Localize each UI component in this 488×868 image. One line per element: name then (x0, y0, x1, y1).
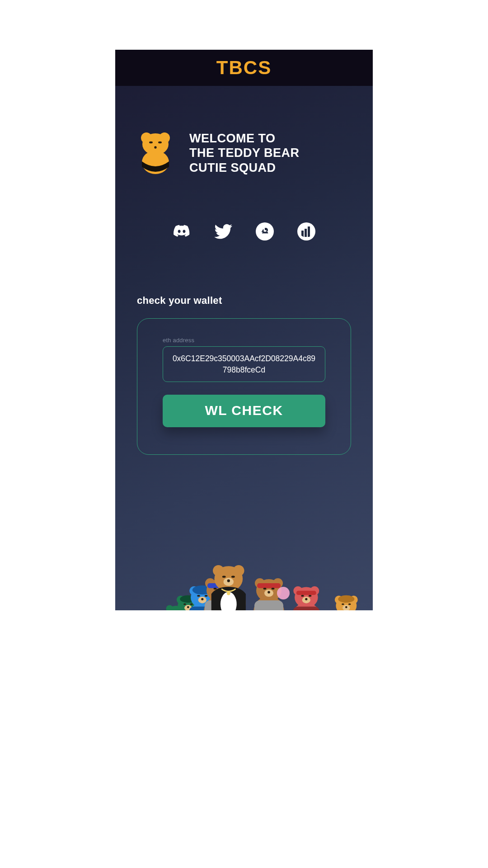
hero: WELCOME TO THE TEDDY BEAR CUTIE SQUAD (137, 131, 351, 175)
svg-rect-26 (293, 607, 319, 610)
eth-address-input[interactable] (163, 346, 325, 382)
svg-point-5 (154, 146, 156, 148)
svg-point-3 (149, 142, 153, 143)
twitter-icon[interactable] (214, 222, 232, 241)
bear-mascot-icon (137, 132, 174, 175)
svg-point-4 (158, 142, 162, 143)
svg-rect-9 (308, 226, 310, 237)
wl-check-button[interactable]: WL CHECK (163, 395, 325, 427)
svg-point-32 (277, 587, 290, 599)
svg-point-34 (227, 592, 230, 595)
wallet-section-title: check your wallet (137, 295, 351, 307)
discord-icon[interactable] (173, 222, 191, 241)
svg-rect-31 (257, 583, 281, 588)
svg-rect-27 (296, 591, 316, 595)
footer-bear-crowd (115, 529, 373, 610)
brand-logo-text: TBCS (216, 57, 272, 79)
svg-rect-30 (254, 600, 283, 610)
main-content: WELCOME TO THE TEDDY BEAR CUTIE SQUAD (115, 86, 373, 455)
app-viewport: TBCS (115, 50, 373, 610)
social-links (137, 222, 351, 241)
looksrare-icon[interactable] (297, 222, 315, 241)
opensea-icon[interactable] (256, 222, 274, 241)
eth-address-label: eth address (163, 337, 325, 344)
hero-title: WELCOME TO THE TEDDY BEAR CUTIE SQUAD (189, 131, 300, 175)
topbar: TBCS (115, 50, 373, 86)
svg-rect-8 (305, 229, 307, 237)
wallet-check-card: eth address WL CHECK (137, 318, 351, 455)
svg-point-23 (338, 595, 354, 603)
